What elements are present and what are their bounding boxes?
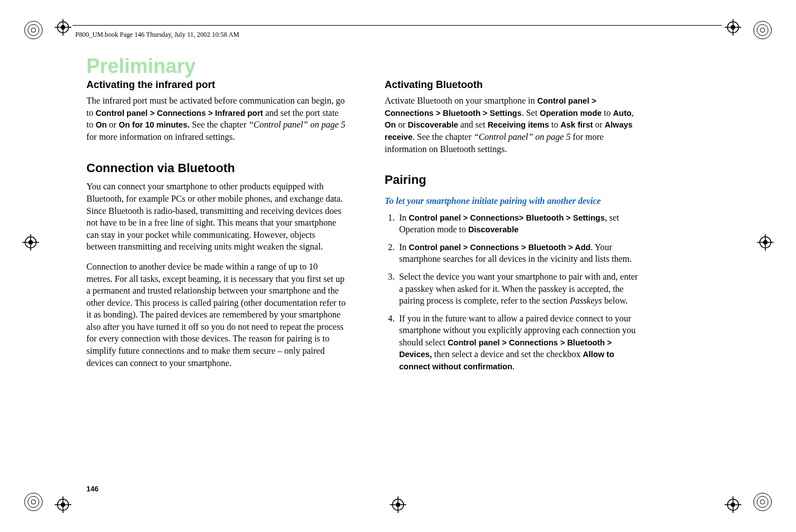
crop-mark-top-left-outer bbox=[23, 20, 43, 40]
svg-point-0 bbox=[25, 21, 42, 39]
ui-label: Discoverable bbox=[407, 120, 458, 129]
cross-ref: Passkeys bbox=[570, 296, 602, 305]
text: , bbox=[632, 108, 634, 118]
header-text: P800_UM.book Page 146 Thursday, July 11,… bbox=[75, 31, 239, 39]
heading-pairing: Pairing bbox=[385, 172, 644, 188]
svg-point-22 bbox=[25, 493, 42, 511]
ui-label: On bbox=[95, 120, 106, 129]
header-rule bbox=[72, 25, 722, 26]
text: . bbox=[512, 362, 515, 371]
svg-point-6 bbox=[61, 25, 65, 30]
heading-activating-infrared: Activating the infrared port bbox=[86, 78, 346, 91]
svg-point-2 bbox=[31, 28, 36, 32]
svg-point-21 bbox=[763, 240, 768, 245]
svg-point-37 bbox=[754, 493, 771, 511]
ui-path: Control panel > Connections > Bluetooth … bbox=[409, 243, 590, 252]
list-item: If you in the future want to allow a pai… bbox=[397, 313, 644, 373]
right-column: Activating Bluetooth Activate Bluetooth … bbox=[385, 78, 644, 378]
crop-mark-mid-left bbox=[22, 234, 39, 251]
svg-point-24 bbox=[31, 500, 36, 504]
ui-path: Control panel > Connections> Bluetooth >… bbox=[409, 213, 605, 222]
svg-point-11 bbox=[754, 21, 771, 39]
ui-label: Ask first bbox=[561, 120, 593, 129]
paragraph: You can connect your smartphone to other… bbox=[86, 180, 346, 253]
paragraph: Connection to another device be made wit… bbox=[86, 261, 346, 369]
svg-point-1 bbox=[28, 25, 39, 36]
heading-activating-bluetooth: Activating Bluetooth bbox=[385, 78, 644, 91]
list-item: Select the device you want your smartpho… bbox=[397, 271, 644, 307]
crop-mark-bottom-left-outer bbox=[23, 492, 43, 512]
svg-point-32 bbox=[396, 502, 400, 507]
text: to bbox=[549, 120, 560, 129]
cross-ref: “Control panel” on page 5 bbox=[249, 120, 346, 129]
text: or bbox=[107, 120, 119, 129]
text: In bbox=[399, 242, 409, 252]
text: to bbox=[601, 108, 613, 118]
text: See the chapter bbox=[190, 120, 249, 129]
ui-label: Receiving items bbox=[488, 120, 549, 129]
text: . See the chapter bbox=[412, 132, 474, 141]
subheading-initiate-pairing: To let your smartphone initiate pairing … bbox=[385, 195, 644, 207]
svg-point-38 bbox=[757, 496, 768, 507]
text: then select a device and set the checkbo… bbox=[432, 349, 583, 359]
heading-connection-bluetooth: Connection via Bluetooth bbox=[86, 160, 346, 177]
text: and set bbox=[458, 120, 488, 129]
crop-mark-top-right-inner bbox=[725, 19, 741, 36]
svg-point-36 bbox=[731, 502, 735, 507]
crop-mark-top-right-outer bbox=[753, 20, 773, 40]
paragraph: Activate Bluetooth on your smartphone in… bbox=[385, 95, 644, 155]
text: below. bbox=[602, 296, 628, 305]
ui-path: Control panel > Connections > Infrared p… bbox=[95, 109, 263, 118]
ui-label: Discoverable bbox=[468, 225, 518, 234]
ui-label: Auto bbox=[613, 109, 632, 118]
list-item: In Control panel > Connections> Bluetoot… bbox=[397, 212, 644, 236]
text: or bbox=[396, 120, 407, 129]
crop-mark-mid-right bbox=[757, 234, 774, 251]
pairing-steps-list: In Control panel > Connections> Bluetoot… bbox=[385, 212, 644, 373]
text: Activate Bluetooth on your smartphone in bbox=[385, 96, 537, 105]
text: . Set bbox=[522, 108, 540, 118]
svg-point-12 bbox=[757, 25, 768, 36]
ui-label: On bbox=[385, 120, 396, 129]
svg-point-39 bbox=[760, 500, 765, 504]
text: In bbox=[399, 213, 409, 222]
svg-point-28 bbox=[61, 502, 65, 507]
svg-point-23 bbox=[28, 496, 39, 507]
ui-label: On for 10 minutes. bbox=[119, 120, 190, 129]
text: or bbox=[593, 120, 605, 129]
crop-mark-bottom-right-inner bbox=[725, 496, 741, 513]
crop-mark-bottom-center bbox=[390, 496, 406, 513]
text: for more information on infrared setting… bbox=[86, 132, 235, 141]
crop-mark-bottom-right-outer bbox=[753, 492, 773, 512]
crop-mark-top-left-inner bbox=[55, 19, 71, 36]
page-number: 146 bbox=[86, 485, 99, 493]
ui-label: Operation mode bbox=[540, 109, 601, 118]
paragraph: The infrared port must be activated befo… bbox=[86, 95, 346, 143]
svg-point-10 bbox=[731, 25, 735, 30]
list-item: In Control panel > Connections > Bluetoo… bbox=[397, 241, 644, 265]
page-body: Activating the infrared port The infrare… bbox=[86, 56, 711, 468]
cross-ref: “Control panel” on page 5 bbox=[474, 132, 571, 141]
svg-point-17 bbox=[28, 240, 33, 245]
crop-mark-bottom-left-inner bbox=[55, 496, 71, 513]
svg-point-13 bbox=[760, 28, 765, 32]
left-column: Activating the infrared port The infrare… bbox=[86, 78, 346, 378]
